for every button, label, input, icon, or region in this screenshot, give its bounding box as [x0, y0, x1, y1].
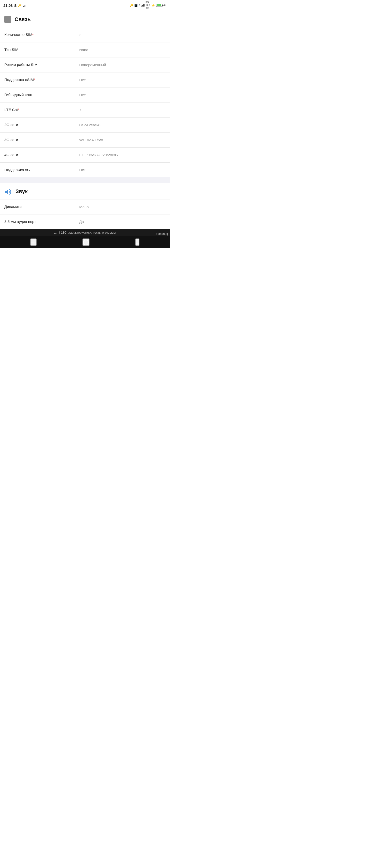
status-right: 🔑 📳 1 3G14.1K/s ⚡ 64 [130, 1, 166, 10]
asterisk-lte-cat: * [18, 108, 19, 112]
home-button[interactable]: ◯ [83, 239, 89, 246]
time: 21:08 [3, 3, 12, 7]
recents-button[interactable]: □ [135, 239, 140, 246]
row-sim-type: Тип SIM Nano [0, 42, 170, 57]
svyaz-title: Связь [14, 16, 31, 23]
network-1: 1 [139, 4, 141, 7]
label-sim-type: Тип SIM [4, 47, 77, 52]
row-esim: Поддержка eSIM* Нет [0, 72, 170, 87]
value-sim-type: Nano [77, 48, 166, 52]
status-bar: 21:08 S 🔑 🔑 📳 1 [0, 0, 170, 11]
row-3g: 3G сети WCDMA 1/5/8 [0, 132, 170, 147]
status-left: 21:08 S 🔑 [3, 3, 26, 7]
carrier: S [14, 3, 17, 7]
value-4g: LTE 1/3/5/7/8/20/28/38/ [77, 153, 166, 157]
battery-level: 64 [163, 4, 166, 7]
section-zvuk-header: Звук [0, 183, 170, 199]
bottom-bar: ...mi 13C: характеристики, тесты и отзыв… [0, 229, 170, 248]
zvuk-title: Звук [16, 188, 28, 194]
key-icon: 🔑 [18, 4, 22, 7]
somont-badge: Somont.tj [153, 231, 170, 237]
page-wrapper: 21:08 S 🔑 🔑 📳 1 [0, 0, 170, 248]
value-speakers: Моно [77, 205, 166, 209]
label-sim-mode: Режим работы SIM [4, 62, 77, 67]
value-3g: WCDMA 1/5/8 [77, 138, 166, 142]
label-audio-port: 3.5 мм аудио порт [4, 219, 77, 224]
row-5g: Поддержка 5G Нет [0, 162, 170, 177]
key-icon2: 🔑 [130, 4, 133, 7]
bottom-bar-title: ...mi 13C: характеристики, тесты и отзыв… [0, 229, 170, 236]
row-lte-cat: LTE Cat* 7 [0, 102, 170, 117]
row-audio-port: 3.5 мм аудио порт Да [0, 214, 170, 229]
value-hybrid-slot: Нет [77, 93, 166, 97]
label-2g: 2G сети [4, 122, 77, 127]
label-3g: 3G сети [4, 137, 77, 143]
label-lte-cat: LTE Cat* [4, 107, 77, 113]
section-svyaz-header: Связь [0, 11, 170, 27]
svyaz-rows: Количество SIM* 2 Тип SIM Nano Режим раб… [0, 27, 170, 177]
signal-icon [23, 3, 26, 7]
label-5g: Поддержка 5G [4, 167, 77, 173]
label-esim: Поддержка eSIM* [4, 77, 77, 83]
value-lte-cat: 7 [77, 108, 166, 112]
label-4g: 4G сети [4, 152, 77, 157]
row-sim-mode: Режим работы SIM Попеременный [0, 57, 170, 72]
value-esim: Нет [77, 78, 166, 82]
network-type: 3G14.1K/s [146, 1, 150, 10]
value-sim-count: 2 [77, 33, 166, 37]
row-speakers: Динамики Моно [0, 199, 170, 214]
signal-icon2 [141, 4, 145, 7]
back-button[interactable]: ⸻ [30, 239, 37, 246]
label-hybrid-slot: Гибридный слот [4, 92, 77, 97]
asterisk-sim-count: * [32, 33, 33, 37]
asterisk-esim: * [34, 78, 35, 82]
row-hybrid-slot: Гибридный слот Нет [0, 87, 170, 102]
page-title-text: ...mi 13C: характеристики, тесты и отзыв… [54, 231, 116, 234]
value-2g: GSM 2/3/5/8 [77, 123, 166, 127]
lightning-icon: ⚡ [151, 4, 155, 7]
row-2g: 2G сети GSM 2/3/5/8 [0, 117, 170, 132]
row-sim-count: Количество SIM* 2 [0, 27, 170, 42]
vibrate-icon: 📳 [134, 4, 138, 7]
nav-bar: ⸻ ◯ □ [0, 236, 170, 248]
label-sim-count: Количество SIM* [4, 32, 77, 37]
value-sim-mode: Попеременный [77, 63, 166, 67]
section-separator [0, 177, 170, 183]
value-5g: Нет [77, 168, 166, 172]
row-4g: 4G сети LTE 1/3/5/7/8/20/28/38/ [0, 147, 170, 162]
value-audio-port: Да [77, 220, 166, 224]
zvuk-rows: Динамики Моно 3.5 мм аудио порт Да [0, 199, 170, 229]
zvuk-icon [4, 188, 12, 195]
battery [156, 4, 162, 7]
svyaz-icon [4, 16, 11, 23]
label-speakers: Динамики [4, 204, 77, 209]
